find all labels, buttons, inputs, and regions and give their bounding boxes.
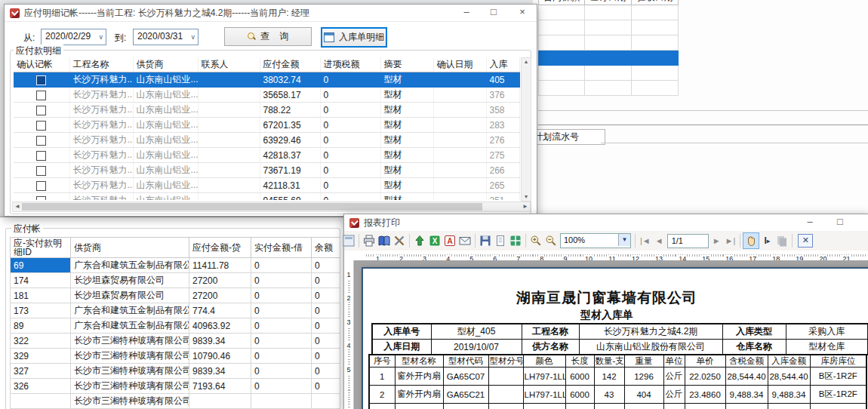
- cell-confirm-date[interactable]: [433, 178, 486, 193]
- table-row[interactable]: 长沙万科魅力... 山东南山铝业... 67201.35 0 型材 283: [14, 118, 519, 133]
- page-number-field[interactable]: 1/1: [667, 234, 709, 248]
- cell-debit[interactable]: 0: [251, 318, 312, 334]
- cell-supplier[interactable]: 山东南山铝业...: [133, 193, 198, 201]
- cell-balance[interactable]: 0: [312, 258, 340, 273]
- cell-debit[interactable]: 0: [251, 273, 312, 288]
- table-row[interactable]: 329 长沙市三湘特种玻璃有限公司 10790.46 0 0: [11, 349, 340, 364]
- cell-amount[interactable]: 73671.19: [260, 163, 320, 178]
- from-date-select[interactable]: 2020/02/29∨: [41, 29, 106, 45]
- cell-amount[interactable]: 788.22: [260, 103, 320, 118]
- cell-amount[interactable]: 67201.35: [260, 118, 320, 133]
- cell-debit[interactable]: 0: [251, 364, 312, 379]
- cell-inbound-no[interactable]: 358: [486, 103, 519, 118]
- cell-inbound-no[interactable]: 266: [486, 163, 519, 178]
- print-icon[interactable]: [362, 233, 377, 248]
- close-icon[interactable]: ×: [509, 5, 535, 21]
- cell-balance[interactable]: [312, 394, 340, 409]
- excel-icon[interactable]: X: [427, 233, 442, 248]
- cell-summary[interactable]: 型材: [380, 72, 433, 88]
- cell-balance[interactable]: 0: [312, 334, 340, 349]
- cell-id[interactable]: 326: [11, 379, 71, 394]
- cell-tax[interactable]: 0: [320, 178, 380, 193]
- to-date-select[interactable]: 2020/03/31∨: [133, 29, 199, 45]
- chevron-down-icon[interactable]: ▼: [618, 234, 630, 246]
- cell-summary[interactable]: 型材: [380, 118, 433, 133]
- zoom-out-icon[interactable]: [543, 233, 559, 248]
- cell-project[interactable]: 长沙万科魅力...: [69, 193, 133, 201]
- cell-contact[interactable]: [198, 193, 260, 201]
- grid-export-icon[interactable]: [508, 233, 523, 248]
- table-row[interactable]: [539, 20, 679, 35]
- vertical-scrollbar[interactable]: ▴ ▾: [521, 57, 531, 201]
- cell-contact[interactable]: [198, 103, 260, 118]
- cell-contact[interactable]: [198, 178, 260, 193]
- next-page-icon[interactable]: ►: [713, 236, 721, 245]
- chevron-down-icon[interactable]: ∨: [98, 30, 103, 44]
- confirm-checkbox[interactable]: [36, 196, 46, 200]
- confirm-checkbox[interactable]: [36, 151, 46, 161]
- column-header[interactable]: 余额: [312, 238, 340, 258]
- confirm-checkbox[interactable]: [36, 121, 46, 131]
- close-preview-icon[interactable]: ✕: [798, 234, 813, 248]
- cell-tax[interactable]: 0: [320, 148, 380, 163]
- cell-project[interactable]: 长沙万科魅力...: [69, 133, 133, 148]
- cell-debit[interactable]: [251, 394, 312, 409]
- cell-debit[interactable]: 0: [251, 258, 312, 273]
- cell-credit[interactable]: 11411.78: [189, 258, 251, 273]
- cell-confirm-date[interactable]: [433, 163, 486, 178]
- cell-supplier[interactable]: 山东南山铝业...: [133, 103, 198, 118]
- cell-amount[interactable]: 42818.37: [260, 148, 320, 163]
- cell-supplier[interactable]: 山东南山铝业...: [133, 88, 198, 103]
- cell-credit[interactable]: 9839.34: [189, 364, 251, 379]
- cell-project[interactable]: 长沙万科魅力...: [69, 148, 133, 163]
- preview-area[interactable]: 12345 湖南亘晟门窗幕墙有限公司 型材入库单 入库单号 型材_405 工程名…: [344, 260, 868, 409]
- cell-supplier[interactable]: 山东南山铝业...: [133, 72, 198, 88]
- cell-summary[interactable]: 型材: [380, 103, 433, 118]
- cell-inbound-no[interactable]: 283: [486, 118, 519, 133]
- cell-amount[interactable]: 38032.74: [260, 72, 320, 88]
- table-row[interactable]: 长沙万科魅力... 山东南山铝业... 63929.46 0 型材 276: [14, 133, 519, 148]
- cell-confirm-date[interactable]: [433, 72, 486, 88]
- cell-summary[interactable]: 型材: [380, 178, 433, 193]
- export-icon[interactable]: [412, 233, 427, 248]
- cell-project[interactable]: 长沙万科魅力...: [69, 178, 133, 193]
- confirm-checkbox[interactable]: [36, 181, 46, 191]
- cell-supplier[interactable]: 山东南山铝业...: [133, 148, 198, 163]
- column-header[interactable]: 供货商: [71, 238, 189, 258]
- chevron-down-icon[interactable]: ∨: [190, 30, 195, 44]
- scroll-down-icon[interactable]: ▾: [522, 193, 531, 201]
- cell-id[interactable]: 69: [11, 258, 71, 273]
- cell-contact[interactable]: [198, 148, 260, 163]
- cell-inbound-no[interactable]: 265: [486, 178, 519, 193]
- table-row[interactable]: [539, 81, 679, 96]
- first-page-icon[interactable]: |◄: [640, 236, 651, 245]
- cell-confirm-date[interactable]: [433, 88, 486, 103]
- table-row[interactable]: [539, 5, 679, 20]
- cell-summary[interactable]: 型材: [380, 133, 433, 148]
- save-icon[interactable]: [478, 233, 493, 248]
- cell-balance[interactable]: 0: [312, 349, 340, 364]
- cell-id[interactable]: 322: [11, 334, 71, 349]
- cell-tax[interactable]: 0: [320, 193, 380, 201]
- scroll-right-icon[interactable]: ►: [522, 202, 528, 211]
- cell-tax[interactable]: 0: [320, 103, 380, 118]
- cell-supplier[interactable]: 长沙坦森贸易有限公司: [71, 273, 189, 288]
- cell-credit[interactable]: [189, 394, 251, 409]
- confirm-checkbox[interactable]: [36, 136, 46, 146]
- cell-balance[interactable]: 0: [312, 303, 340, 318]
- confirm-checkbox[interactable]: [36, 75, 46, 85]
- table-row[interactable]: 长沙万科魅力... 山东南山铝业... 94555.69 0 型材 251: [14, 193, 519, 201]
- cell-inbound-no[interactable]: 276: [486, 133, 519, 148]
- cell-tax[interactable]: 0: [320, 163, 380, 178]
- selected-row[interactable]: [539, 51, 679, 66]
- cell-tax[interactable]: 0: [320, 118, 380, 133]
- scroll-left-icon[interactable]: ◄: [14, 202, 20, 211]
- minimize-icon[interactable]: –: [454, 5, 479, 21]
- cell-summary[interactable]: 型材: [380, 88, 433, 103]
- book-icon[interactable]: [377, 233, 392, 248]
- table-row[interactable]: 长沙万科魅力... 山东南山铝业... 42118.31 0 型材 265: [14, 178, 519, 193]
- column-header[interactable]: 工程名称: [69, 57, 133, 72]
- cell-supplier[interactable]: 长沙坦森贸易有限公司: [71, 288, 189, 303]
- table-row[interactable]: 174 长沙坦森贸易有限公司 27200 0 0: [11, 273, 340, 288]
- cell-supplier[interactable]: 山东南山铝业...: [133, 118, 198, 133]
